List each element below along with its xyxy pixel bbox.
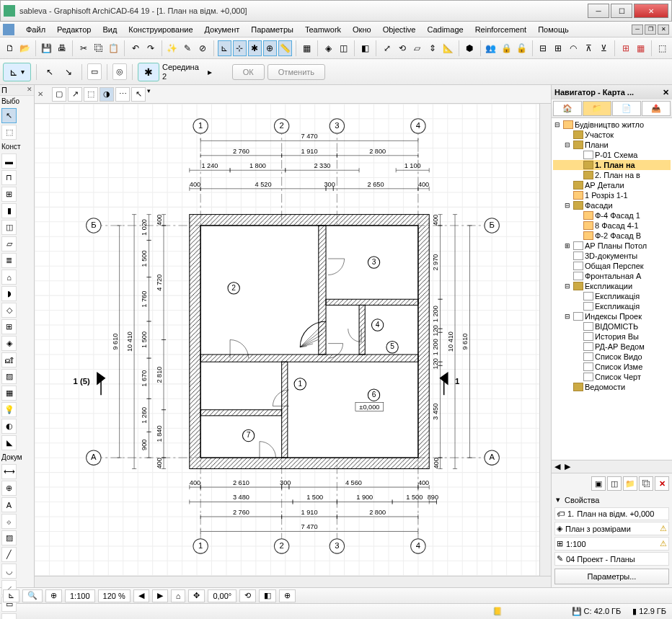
arrow-tool[interactable]: ↖	[1, 108, 17, 123]
default-settings-button[interactable]: ⊾ ▾	[3, 63, 31, 81]
wand-icon[interactable]: ✨	[165, 40, 179, 56]
geo-method2-icon[interactable]: ↘	[61, 64, 76, 80]
tree-item[interactable]: ⊟Будівництво житло	[553, 120, 671, 130]
print-icon[interactable]: 🖶	[55, 40, 68, 56]
mesh-tool[interactable]: ▦	[1, 386, 17, 401]
tree-item[interactable]: Ведомости	[553, 382, 671, 392]
morph-tool[interactable]: ◈	[1, 336, 17, 351]
menu-вид[interactable]: Вид	[97, 24, 123, 35]
scale-display[interactable]: 1:100	[65, 589, 95, 602]
adjust-icon[interactable]: ⊻	[597, 40, 611, 56]
tree-item[interactable]: История Вы	[553, 331, 671, 342]
tree-item[interactable]: ⊟Индексы Проек	[553, 311, 671, 321]
marquee-tool[interactable]: ⬚	[1, 125, 17, 140]
mdi-minimize[interactable]: ─	[632, 25, 643, 35]
prev-view-icon[interactable]: ◀	[133, 589, 149, 602]
horizontal-scrollbar[interactable]	[35, 576, 551, 587]
menu-teamwork[interactable]: Teamwork	[299, 24, 347, 35]
3d-cut-icon[interactable]: ◧	[259, 589, 276, 602]
prop-scale[interactable]: 1:100	[566, 540, 586, 548]
trace-icon[interactable]: ◫	[337, 40, 350, 56]
nav-tab-views[interactable]: 📁	[583, 101, 611, 116]
tree-item[interactable]: Експликація	[553, 301, 671, 311]
split-icon[interactable]: ⊟	[536, 40, 550, 56]
wall-end-tool[interactable]: ◐	[1, 419, 17, 434]
mirror-icon[interactable]: ▱	[410, 40, 424, 56]
redo-icon[interactable]: ↷	[143, 40, 157, 56]
ok-button[interactable]: ОК	[232, 64, 265, 80]
close-button[interactable]: ✕	[634, 4, 668, 18]
nav-clone-icon[interactable]: ⿻	[639, 476, 653, 491]
tree-scroll-left[interactable]: ◀	[554, 462, 560, 471]
tree-item[interactable]: ⊟Плани	[553, 140, 671, 150]
prop-penset[interactable]: 04 Проект - Планы	[566, 555, 635, 564]
tree-item[interactable]: Ф-2 Фасад В	[553, 231, 671, 241]
options-icon[interactable]: ⬚	[655, 40, 669, 56]
angle-display[interactable]: 0,00°	[208, 589, 236, 602]
curtainwall-tool[interactable]: ⊞	[1, 319, 17, 334]
mdi-restore[interactable]: ❐	[645, 25, 656, 35]
skylight-tool[interactable]: ◇	[1, 303, 17, 318]
3d-icon[interactable]: ⬢	[462, 40, 476, 56]
nav-tab-publisher[interactable]: 📤	[642, 101, 671, 116]
copy-icon[interactable]: ⿻	[92, 40, 105, 56]
tree-item[interactable]: Общая Перспек	[553, 261, 671, 271]
layers-icon[interactable]: ◈	[322, 40, 335, 56]
marquee-icon[interactable]: ▭	[87, 63, 102, 80]
menu-objective[interactable]: Objective	[377, 24, 422, 35]
menu-файл[interactable]: Файл	[20, 24, 51, 35]
undo-icon[interactable]: ↶	[128, 40, 142, 56]
menu-помощь[interactable]: Помощь	[532, 24, 575, 35]
beam-tool[interactable]: ◫	[1, 220, 17, 235]
cursor-icon[interactable]: ↖	[131, 87, 146, 102]
paste-icon[interactable]: 📋	[107, 40, 120, 56]
tree-item[interactable]: ⊟Експликации	[553, 281, 671, 291]
trace-more-icon[interactable]: ⋯	[115, 87, 130, 102]
pan-icon[interactable]: ✥	[188, 589, 205, 602]
maximize-button[interactable]: ☐	[611, 4, 632, 18]
snap2-icon[interactable]: ✱	[248, 40, 262, 56]
tree-item[interactable]: 2. План на в	[553, 170, 671, 180]
fit-icon[interactable]: 🔍	[22, 589, 43, 602]
nav-tab-layouts[interactable]: 📄	[612, 101, 641, 116]
ruler-icon[interactable]: 📏	[278, 40, 292, 56]
geo-method1-icon[interactable]: ↖	[42, 64, 58, 80]
level-tool[interactable]: ⊕	[1, 481, 17, 496]
toolbox-close-icon[interactable]: ✕	[27, 86, 32, 94]
guide-icon[interactable]: ⊾	[218, 40, 231, 56]
line-tool[interactable]: ╱	[1, 547, 17, 562]
grid-icon[interactable]: ▦	[300, 40, 314, 56]
trim-icon[interactable]: ⊼	[582, 40, 596, 56]
tree-item[interactable]: 1. План на	[553, 160, 671, 170]
menu-reinforcement[interactable]: Reinforcement	[469, 24, 533, 35]
tree-item[interactable]: Участок	[553, 130, 671, 140]
object-tool[interactable]: 🛋	[1, 352, 17, 368]
teamwork-icon[interactable]: 👥	[484, 40, 498, 56]
trace-vis-icon[interactable]: ◑	[100, 87, 114, 102]
vertical-scrollbar[interactable]	[539, 104, 551, 576]
window-tool[interactable]: ⊞	[1, 187, 17, 202]
tree-item[interactable]: Список Изме	[553, 362, 671, 372]
snap3-icon[interactable]: ⊕	[263, 40, 277, 56]
cancel-button[interactable]: Отменить	[268, 64, 325, 80]
snap1-icon[interactable]: ⊹	[233, 40, 247, 56]
play-icon[interactable]: ▸	[202, 64, 218, 80]
tree-item[interactable]: Список Видо	[553, 352, 671, 362]
roof-tool[interactable]: ⌂	[1, 270, 17, 285]
find-select-icon[interactable]: ◧	[358, 40, 372, 56]
nav-save-view-icon[interactable]: ◫	[607, 476, 622, 491]
lamp-tool[interactable]: 💡	[1, 402, 17, 417]
move-icon[interactable]: ⤢	[380, 40, 394, 56]
zoom-display[interactable]: 120 %	[98, 589, 131, 602]
trace-sel-icon[interactable]: ⬚	[84, 87, 98, 102]
nav-delete-icon[interactable]: ✕	[655, 476, 669, 491]
zoom-icon[interactable]: ⊕	[45, 589, 62, 602]
home-view-icon[interactable]: ⌂	[171, 589, 186, 602]
rotate-icon[interactable]: ⟲	[395, 40, 409, 56]
tree-item[interactable]: Р-01 Схема	[553, 150, 671, 160]
trace-ref-icon[interactable]: ↗	[68, 87, 82, 102]
prop-layers[interactable]: План з розмірами	[565, 525, 631, 533]
measure-icon[interactable]: 📐	[441, 40, 454, 56]
suspend-icon[interactable]: ⊘	[196, 40, 210, 56]
label-tool[interactable]: ⟐	[1, 514, 17, 529]
